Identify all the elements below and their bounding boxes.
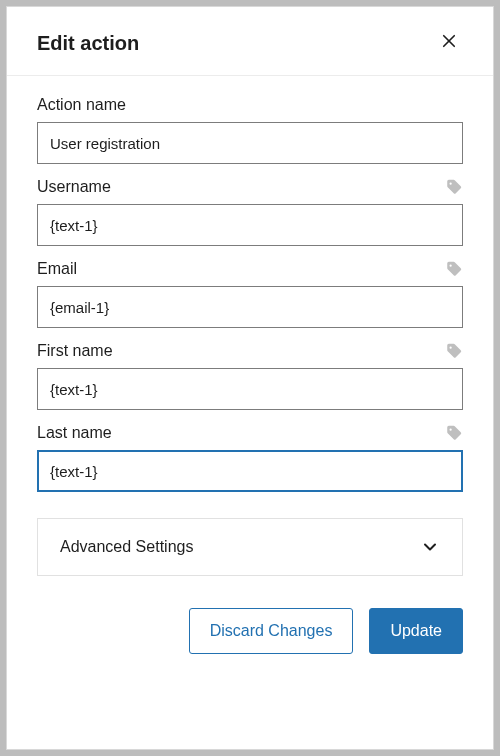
field-action-name: Action name bbox=[37, 96, 463, 164]
edit-action-dialog: Edit action Action name Username bbox=[6, 6, 494, 750]
label-email: Email bbox=[37, 260, 77, 278]
input-email[interactable] bbox=[37, 286, 463, 328]
dialog-title: Edit action bbox=[37, 32, 139, 55]
input-last-name[interactable] bbox=[37, 450, 463, 492]
advanced-settings-label: Advanced Settings bbox=[60, 538, 193, 556]
dialog-header: Edit action bbox=[7, 7, 493, 76]
tag-icon[interactable] bbox=[445, 178, 463, 196]
input-username[interactable] bbox=[37, 204, 463, 246]
label-first-name: First name bbox=[37, 342, 113, 360]
label-last-name: Last name bbox=[37, 424, 112, 442]
dialog-body: Action name Username Email bbox=[7, 76, 493, 749]
label-action-name: Action name bbox=[37, 96, 126, 114]
label-username: Username bbox=[37, 178, 111, 196]
tag-icon[interactable] bbox=[445, 424, 463, 442]
field-last-name: Last name bbox=[37, 424, 463, 492]
tag-icon[interactable] bbox=[445, 260, 463, 278]
input-first-name[interactable] bbox=[37, 368, 463, 410]
close-icon bbox=[440, 32, 458, 54]
field-first-name: First name bbox=[37, 342, 463, 410]
tag-icon[interactable] bbox=[445, 342, 463, 360]
update-button[interactable]: Update bbox=[369, 608, 463, 654]
input-action-name[interactable] bbox=[37, 122, 463, 164]
advanced-settings-toggle[interactable]: Advanced Settings bbox=[37, 518, 463, 576]
field-email: Email bbox=[37, 260, 463, 328]
close-button[interactable] bbox=[435, 29, 463, 57]
dialog-footer: Discard Changes Update bbox=[37, 608, 463, 654]
chevron-down-icon bbox=[420, 537, 440, 557]
field-username: Username bbox=[37, 178, 463, 246]
discard-changes-button[interactable]: Discard Changes bbox=[189, 608, 354, 654]
